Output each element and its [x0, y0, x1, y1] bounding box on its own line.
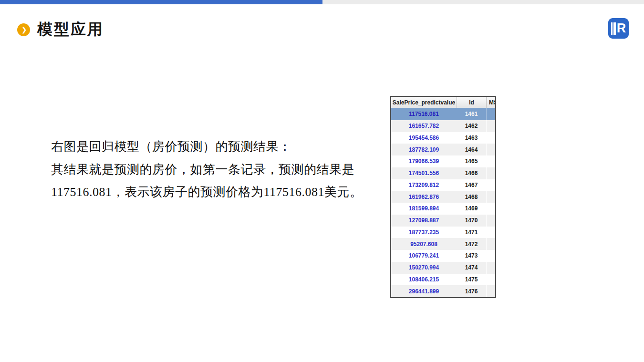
- ms-cell: [486, 250, 495, 262]
- id-cell: 1468: [457, 191, 486, 203]
- id-cell: 1475: [457, 274, 486, 286]
- column-header-id[interactable]: Id: [457, 97, 486, 108]
- table-row[interactable]: 195454.5861463: [391, 132, 495, 144]
- ms-cell: [486, 191, 495, 203]
- body-text-line-3: 117516.081，表示该房子的预测价格为117516.081美元。: [51, 181, 385, 204]
- top-accent-bar: [0, 0, 322, 4]
- ms-cell: [486, 120, 495, 132]
- prediction-value-cell: 187782.109: [391, 144, 457, 155]
- table-row[interactable]: 108406.2151475: [391, 274, 495, 286]
- prediction-value-cell: 95207.608: [391, 238, 457, 250]
- ms-cell: [486, 285, 495, 297]
- id-cell: 1473: [457, 250, 486, 262]
- logo-stripe: [613, 22, 616, 35]
- table-row[interactable]: 173209.8121467: [391, 179, 495, 191]
- ms-cell: [486, 167, 495, 179]
- id-cell: 1467: [457, 179, 486, 191]
- prediction-value-cell: 161657.782: [391, 120, 457, 132]
- id-cell: 1471: [457, 227, 486, 238]
- ms-cell: [486, 155, 495, 167]
- chevron-bullet-icon: ❯: [17, 23, 30, 36]
- id-cell: 1472: [457, 238, 486, 250]
- chevron-glyph: ❯: [21, 26, 27, 33]
- id-cell: 1476: [457, 285, 486, 297]
- table-row[interactable]: 174501.5561466: [391, 167, 495, 179]
- prediction-value-cell: 106779.241: [391, 250, 457, 262]
- prediction-value-cell: 187737.235: [391, 227, 457, 238]
- table-row[interactable]: 187737.2351471: [391, 227, 495, 238]
- table-row[interactable]: 296441.8991476: [391, 285, 495, 297]
- table-header-row: SalePrice_predictvalue Id MS: [391, 97, 495, 108]
- id-cell: 1466: [457, 167, 486, 179]
- table-row[interactable]: 117516.0811461: [391, 108, 495, 120]
- body-text: 右图是回归模型（房价预测）的预测结果： 其结果就是预测的房价，如第一条记录，预测…: [51, 135, 385, 204]
- ms-cell: [486, 108, 495, 120]
- id-cell: 1464: [457, 144, 486, 155]
- prediction-value-cell: 195454.586: [391, 132, 457, 144]
- ms-cell: [486, 203, 495, 215]
- prediction-value-cell: 173209.812: [391, 179, 457, 191]
- prediction-table-body: 117516.0811461161657.7821462195454.58614…: [391, 108, 495, 297]
- id-cell: 1469: [457, 203, 486, 215]
- prediction-value-cell: 179066.539: [391, 155, 457, 167]
- prediction-value-cell: 108406.215: [391, 274, 457, 286]
- logo-stripe: [611, 22, 613, 35]
- table-row[interactable]: 179066.5391465: [391, 155, 495, 167]
- id-cell: 1474: [457, 262, 486, 274]
- prediction-value-cell: 296441.899: [391, 285, 457, 297]
- prediction-value-cell: 127098.887: [391, 215, 457, 227]
- id-cell: 1461: [457, 108, 486, 120]
- prediction-value-cell: 181599.894: [391, 203, 457, 215]
- id-cell: 1463: [457, 132, 486, 144]
- table-row[interactable]: 127098.8871470: [391, 215, 495, 227]
- ms-cell: [486, 179, 495, 191]
- page-title: 模型应用: [37, 19, 104, 40]
- ms-cell: [486, 274, 495, 286]
- prediction-value-cell: 117516.081: [391, 108, 457, 120]
- column-header-ms[interactable]: MS: [486, 97, 495, 108]
- body-text-line-1: 右图是回归模型（房价预测）的预测结果：: [51, 135, 385, 158]
- ms-cell: [486, 132, 495, 144]
- logo-letter: R: [617, 22, 626, 35]
- brand-logo-icon: R: [608, 18, 629, 39]
- prediction-value-cell: 174501.556: [391, 167, 457, 179]
- table-row[interactable]: 150270.9941474: [391, 262, 495, 274]
- table-row[interactable]: 187782.1091464: [391, 144, 495, 155]
- prediction-value-cell: 161962.876: [391, 191, 457, 203]
- table-row[interactable]: 161657.7821462: [391, 120, 495, 132]
- id-cell: 1465: [457, 155, 486, 167]
- ms-cell: [486, 227, 495, 238]
- slide-header: ❯ 模型应用: [17, 19, 104, 40]
- table-row[interactable]: 181599.8941469: [391, 203, 495, 215]
- id-cell: 1470: [457, 215, 486, 227]
- prediction-value-cell: 150270.994: [391, 262, 457, 274]
- ms-cell: [486, 262, 495, 274]
- ms-cell: [486, 238, 495, 250]
- id-cell: 1462: [457, 120, 486, 132]
- table-row[interactable]: 95207.6081472: [391, 238, 495, 250]
- table-row[interactable]: 161962.8761468: [391, 191, 495, 203]
- body-text-line-2: 其结果就是预测的房价，如第一条记录，预测的结果是: [51, 158, 385, 181]
- prediction-table: SalePrice_predictvalue Id MS 117516.0811…: [390, 96, 496, 298]
- ms-cell: [486, 215, 495, 227]
- ms-cell: [486, 144, 495, 155]
- table-row[interactable]: 106779.2411473: [391, 250, 495, 262]
- top-gray-bar: [322, 0, 644, 4]
- column-header-saleprice-predictvalue[interactable]: SalePrice_predictvalue: [391, 97, 457, 108]
